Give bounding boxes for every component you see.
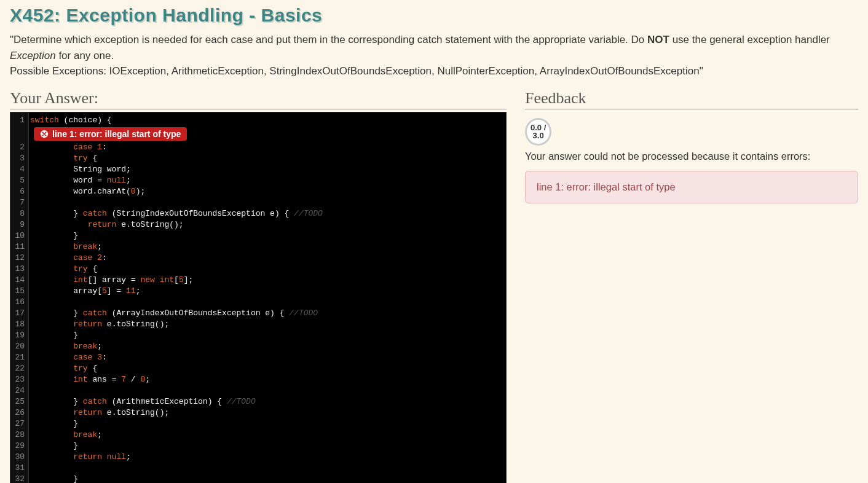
code-line[interactable]: } — [30, 441, 505, 452]
code-line[interactable] — [30, 197, 505, 208]
page-title: X452: Exception Handling - Basics — [10, 5, 858, 26]
line-number: 29 — [14, 441, 25, 452]
line-number: 30 — [14, 452, 25, 463]
code-line[interactable]: case 2: — [30, 253, 505, 264]
code-line[interactable]: } — [30, 230, 505, 242]
code-line[interactable]: switch (choice) { — [30, 115, 505, 126]
code-line[interactable]: } — [30, 418, 505, 430]
line-number: 9 — [14, 219, 25, 230]
code-line[interactable]: word = null; — [30, 175, 505, 186]
code-line[interactable]: break; — [30, 430, 505, 441]
code-line[interactable]: try { — [30, 363, 505, 374]
code-line[interactable]: word.charAt(0); — [30, 186, 505, 197]
prompt-text: Possible Exceptions: IOException, Arithm… — [10, 65, 703, 77]
prompt-text: "Determine which exception is needed for… — [10, 34, 647, 45]
code-line[interactable]: int ans = 7 / 0; — [30, 374, 505, 385]
code-line[interactable]: try { — [30, 153, 505, 164]
line-number: 12 — [14, 253, 25, 264]
feedback-text: Your answer could not be processed becau… — [525, 151, 858, 162]
code-line[interactable]: case 1: — [30, 142, 505, 153]
line-number: 2 — [14, 142, 25, 153]
line-number: 10 — [14, 230, 25, 242]
inline-error-bubble: line 1: error: illegal start of type — [34, 127, 187, 141]
code-line[interactable]: break; — [30, 341, 505, 352]
code-line[interactable] — [30, 297, 505, 308]
your-answer-heading: Your Answer: — [10, 89, 507, 109]
line-number: 26 — [14, 407, 25, 418]
code-line[interactable] — [30, 463, 505, 474]
feedback-error-text: line 1: error: illegal start of type — [537, 181, 676, 192]
code-line[interactable]: array[5] = 11; — [30, 286, 505, 297]
line-number: 1 — [14, 115, 25, 142]
code-line[interactable]: int[] array = new int[5]; — [30, 275, 505, 286]
error-icon — [40, 130, 49, 138]
line-number: 8 — [14, 208, 25, 219]
line-number: 25 — [14, 396, 25, 407]
feedback-error-panel: line 1: error: illegal start of type — [525, 171, 858, 203]
code-line[interactable]: return e.toString(); — [30, 407, 505, 418]
line-number: 7 — [14, 197, 25, 208]
code-line[interactable]: } catch (ArrayIndexOutOfBoundsException … — [30, 308, 505, 319]
code-editor[interactable]: 1234567891011121314151617181920212223242… — [10, 112, 507, 484]
line-number-gutter: 1234567891011121314151617181920212223242… — [10, 112, 29, 484]
code-line[interactable]: return e.toString(); — [30, 219, 505, 230]
code-line[interactable]: return null; — [30, 452, 505, 463]
line-number: 22 — [14, 363, 25, 374]
line-number: 18 — [14, 319, 25, 330]
code-line[interactable]: return e.toString(); — [30, 319, 505, 330]
line-number: 31 — [14, 463, 25, 474]
code-line[interactable]: } — [30, 474, 505, 484]
code-area[interactable]: switch (choice) {line 1: error: illegal … — [29, 112, 506, 484]
code-line[interactable]: } catch (ArithmeticException) { //TODO — [30, 396, 505, 407]
line-number: 27 — [14, 418, 25, 430]
line-number: 15 — [14, 286, 25, 297]
code-line[interactable]: } — [30, 330, 505, 341]
line-number: 4 — [14, 164, 25, 175]
line-number: 6 — [14, 186, 25, 197]
line-number: 17 — [14, 308, 25, 319]
line-number: 5 — [14, 175, 25, 186]
prompt-bold: NOT — [647, 34, 669, 45]
score-total: 3.0 — [533, 131, 544, 140]
line-number: 20 — [14, 341, 25, 352]
line-number: 14 — [14, 275, 25, 286]
prompt-text: for any one. — [56, 50, 114, 61]
code-line[interactable]: try { — [30, 264, 505, 275]
line-number: 32 — [14, 474, 25, 484]
code-line[interactable]: case 3: — [30, 352, 505, 363]
line-number: 11 — [14, 242, 25, 253]
line-number: 28 — [14, 430, 25, 441]
code-line[interactable] — [30, 385, 505, 396]
line-number: 16 — [14, 297, 25, 308]
code-line[interactable]: break; — [30, 242, 505, 253]
line-number: 23 — [14, 374, 25, 385]
feedback-heading: Feedback — [525, 89, 858, 109]
line-number: 19 — [14, 330, 25, 341]
prompt-text: use the general exception handler — [669, 34, 830, 45]
line-number: 3 — [14, 153, 25, 164]
exercise-prompt: "Determine which exception is needed for… — [10, 32, 858, 79]
code-line[interactable]: String word; — [30, 164, 505, 175]
line-number: 24 — [14, 385, 25, 396]
code-line[interactable]: } catch (StringIndexOutOfBoundsException… — [30, 208, 505, 219]
score-badge: 0.0 / 3.0 — [525, 118, 551, 146]
prompt-italic: Exception — [10, 50, 56, 61]
line-number: 21 — [14, 352, 25, 363]
line-number: 13 — [14, 264, 25, 275]
